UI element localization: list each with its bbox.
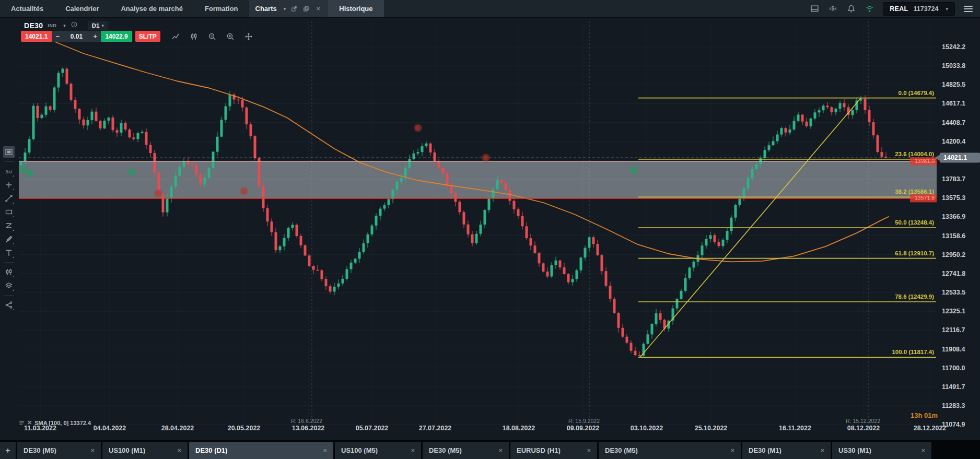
nav-item-0[interactable]: Actualités — [0, 0, 54, 17]
chevron-down-icon: ▾ — [284, 6, 286, 11]
close-tab-icon[interactable]: × — [587, 446, 591, 454]
svg-text:f(x): f(x) — [5, 169, 12, 174]
connection-status-icon — [865, 4, 874, 14]
zoom-out-icon[interactable] — [207, 32, 217, 41]
line-chart-mode-icon[interactable] — [171, 32, 180, 41]
chart-tab-3[interactable]: US100 (M5)× — [335, 442, 421, 459]
chart-canvas[interactable]: R: 16.6.2022R: 15.9.2022R: 15.12.20220.0… — [0, 17, 980, 440]
candle-type-icon[interactable] — [3, 266, 15, 278]
chart-tab-5[interactable]: EURUSD (H1)× — [510, 442, 597, 459]
indicator-settings-icon[interactable] — [19, 420, 25, 426]
x-axis-label: 05.07.2022 — [356, 425, 389, 432]
symbol-name[interactable]: DE30 — [24, 21, 43, 30]
volume-value[interactable]: 0.01 — [63, 33, 89, 40]
close-tab-icon[interactable]: × — [90, 446, 95, 454]
x-axis-label: 08.12.2022 — [847, 425, 880, 432]
close-tab-icon[interactable]: × — [921, 446, 925, 454]
fibonacci-retracement[interactable]: 0.0 (14679.4)23.6 (14004.0)38.2 (13586.1… — [638, 90, 936, 358]
y-axis-label: 11491.7 — [942, 383, 965, 391]
svg-text:$: $ — [831, 5, 834, 11]
volume-increase-button[interactable]: + — [89, 32, 101, 40]
close-tab-icon[interactable]: × — [411, 446, 415, 454]
time-axis[interactable]: 11.03.202204.04.202228.04.202220.05.2022… — [24, 425, 946, 432]
fib-label: 0.0 (14679.4) — [899, 90, 935, 96]
rollover-markers: R: 16.6.2022R: 15.9.2022R: 15.12.2022 — [291, 21, 880, 424]
svg-text:14021.1: 14021.1 — [943, 154, 967, 161]
chart-tab-label: DE30 (M5) — [24, 446, 56, 454]
close-tab-icon[interactable]: × — [730, 446, 734, 454]
x-axis-label: 28.04.2022 — [161, 425, 194, 432]
y-axis-label: 13158.6 — [942, 232, 965, 240]
crosshair-icon[interactable] — [3, 179, 15, 191]
chart-tab-1[interactable]: US100 (M1)× — [102, 442, 188, 459]
price-axis[interactable]: 15242.215033.814825.514617.114408.714200… — [942, 43, 965, 428]
close-tab-icon[interactable]: × — [323, 446, 327, 454]
chart-tab-8[interactable]: US30 (M1)× — [832, 442, 931, 459]
y-axis-label: 11700.0 — [942, 364, 965, 372]
erase-drawing-icon[interactable] — [3, 233, 15, 245]
tab-charts[interactable]: Charts ▾ × — [249, 0, 329, 17]
duplicate-icon[interactable] — [302, 5, 310, 13]
y-axis-label: 13783.7 — [942, 175, 965, 183]
buy-marker-dot — [26, 170, 33, 177]
rollover-label: R: 16.6.2022 — [291, 418, 322, 424]
x-axis-label: 03.10.2022 — [631, 425, 663, 432]
close-icon[interactable]: × — [314, 5, 322, 13]
trendline-icon[interactable] — [3, 193, 15, 204]
chart-display-icon[interactable] — [3, 146, 15, 158]
pan-move-icon[interactable] — [244, 32, 253, 41]
fib-label: 100.0 (11817.4) — [892, 349, 934, 355]
chart-tab-6[interactable]: DE30 (M5)× — [599, 442, 741, 459]
toolbar-divider — [4, 161, 14, 162]
fib-label: 23.6 (14004.0) — [895, 151, 934, 157]
timeframe-selector[interactable]: D1 ▾ — [88, 21, 108, 30]
timeframe-label: D1 — [92, 22, 100, 29]
account-selector[interactable]: REAL 1173724 ▾ — [883, 2, 955, 16]
y-axis-label: 14825.5 — [942, 81, 965, 88]
svg-text:13981.0: 13981.0 — [915, 158, 935, 164]
svg-text:13571.8: 13571.8 — [915, 195, 935, 201]
chart-tab-7[interactable]: DE30 (M1)× — [742, 442, 831, 459]
text-icon[interactable] — [3, 247, 15, 258]
y-axis-label: 14200.4 — [942, 138, 965, 145]
sell-button[interactable]: 14021.1 — [21, 31, 52, 42]
share-icon[interactable] — [3, 299, 15, 311]
nav-item-1[interactable]: Calendrier — [54, 0, 110, 17]
indicator-label[interactable]: SMA [100, 0] 13372.4 — [34, 420, 91, 426]
close-tab-icon[interactable]: × — [498, 446, 503, 454]
x-axis-label: 28.12.2022 — [914, 425, 947, 432]
add-chart-tab-button[interactable]: + — [0, 442, 16, 459]
chart-tab-2[interactable]: DE30 (D1)× — [189, 442, 333, 459]
nav-items: ActualitésCalendrierAnalyse de marchéFor… — [0, 0, 249, 17]
chevron-down-icon[interactable]: ▾ — [63, 23, 66, 28]
popout-icon[interactable] — [290, 5, 298, 13]
tab-historique[interactable]: Historique — [328, 0, 383, 17]
buy-button[interactable]: 14022.9 — [101, 31, 132, 42]
nav-item-3[interactable]: Formation — [194, 0, 249, 17]
nav-item-2[interactable]: Analyse de marché — [110, 0, 194, 17]
info-icon[interactable] — [71, 21, 78, 30]
chart-tab-label: DE30 (M5) — [429, 446, 462, 454]
trade-toolbar: 14021.1 − 0.01 + 14022.9 SL/TP — [21, 31, 253, 42]
volume-decrease-button[interactable]: − — [52, 32, 63, 40]
chart-tab-0[interactable]: DE30 (M5)× — [17, 442, 101, 459]
rectangle-icon[interactable] — [3, 206, 15, 218]
sltp-button[interactable]: SL/TP — [135, 31, 160, 42]
y-axis-label: 12741.8 — [942, 270, 965, 277]
layers-icon[interactable] — [3, 280, 15, 291]
chart-tab-4[interactable]: DE30 (M5)× — [423, 442, 509, 459]
fibonacci-icon[interactable] — [3, 220, 15, 231]
workspace-layout-icon[interactable] — [810, 4, 819, 14]
sell-marker-dot — [240, 187, 248, 195]
main-menu-icon[interactable] — [964, 6, 973, 12]
candle-chart-mode-icon[interactable] — [189, 32, 199, 41]
function-indicator-icon[interactable]: f(x) — [3, 166, 15, 177]
chart-tab-bar: + DE30 (M5)×US100 (M1)×DE30 (D1)×US100 (… — [0, 440, 980, 459]
deposit-icon[interactable]: $ — [828, 4, 837, 14]
close-tab-icon[interactable]: × — [177, 446, 181, 454]
zoom-in-icon[interactable] — [226, 32, 235, 41]
x-axis-label: 25.10.2022 — [695, 425, 728, 432]
notifications-bell-icon[interactable] — [846, 4, 856, 14]
close-tab-icon[interactable]: × — [820, 446, 824, 454]
indicator-remove-icon[interactable]: ✕ — [27, 419, 32, 426]
